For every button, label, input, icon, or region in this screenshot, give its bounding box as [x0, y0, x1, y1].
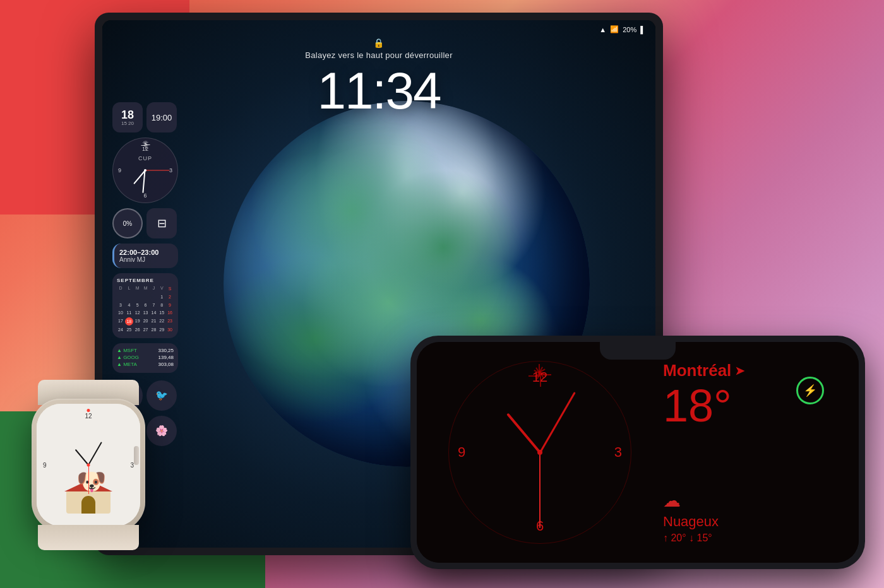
- cal-day-23: 23: [166, 317, 174, 326]
- cal-day-1: 1: [158, 293, 165, 301]
- cal-day-13: 13: [142, 309, 150, 317]
- iphone-notch: [600, 342, 676, 360]
- calendar-month: SEPTEMBRE: [117, 278, 174, 283]
- cal-day-16: 16: [166, 309, 174, 317]
- widget-battery-row: 0% ⊟: [112, 208, 182, 238]
- cal-day-30: 30: [166, 326, 174, 334]
- watch-minute-hand: [88, 442, 102, 465]
- ipad-unlock-area: 🔒 Balayez vers le haut pour déverrouille…: [305, 38, 453, 117]
- signal-icon: ▲: [599, 26, 606, 33]
- event-time: 22:00–23:00: [119, 249, 173, 256]
- ipad-statusbar: ▲ 📶 20% ▌: [599, 25, 645, 33]
- cal-day-today: 18: [125, 317, 133, 326]
- iphone-second-hand: [539, 452, 541, 528]
- cal-day-25: 25: [125, 326, 133, 334]
- cal-day-11: 11: [125, 309, 133, 317]
- cal-day-15: 15: [158, 309, 165, 317]
- weather-condition: Nuageux: [663, 514, 840, 530]
- cal-day-19: 19: [134, 317, 141, 326]
- iphone-clock-num-12: 12: [532, 369, 547, 385]
- weather-range: ↑ 20° ↓ 15°: [663, 532, 840, 544]
- cal-header-j: J: [150, 285, 157, 293]
- stock-msft-price: 330,25: [158, 348, 174, 353]
- widget-stocks: ▲ MSFT 330,25 ▲ GOOG 139,48 ▲ META 303,0…: [112, 343, 178, 373]
- clock-num-12: 12: [142, 146, 148, 152]
- lock-icon: 🔒: [305, 38, 453, 48]
- stock-row-meta: ▲ META 303,08: [117, 362, 174, 367]
- iphone-lockscreen[interactable]: 12 3 6 9 ⚡ Mon: [417, 342, 859, 563]
- cal-day-empty5: [150, 293, 157, 301]
- watch-num-9: 9: [43, 462, 47, 469]
- iphone-battery-indicator: ⚡: [796, 377, 824, 404]
- battery-icon: ▌: [640, 26, 645, 33]
- watch-num-12: 12: [85, 413, 92, 420]
- iphone-clock-num-3: 3: [614, 444, 622, 461]
- cal-header-m2: M: [142, 285, 150, 293]
- clock-num-6: 6: [143, 192, 146, 199]
- cal-day-9: 9: [166, 302, 174, 309]
- location-arrow-icon: ➤: [735, 364, 744, 378]
- widget-time: 19:00: [146, 102, 177, 132]
- cal-day-20: 20: [142, 317, 150, 326]
- widget-datetime-row: 18 15 20 19:00: [112, 102, 182, 132]
- watch-complication-dot: [87, 409, 90, 412]
- clock-num-9: 9: [118, 167, 121, 173]
- cal-day-27: 27: [142, 326, 150, 334]
- watch-crown[interactable]: [134, 446, 139, 465]
- widget-clipboard: ⊟: [146, 208, 177, 238]
- stock-meta-price: 303,08: [158, 362, 174, 367]
- battery-lightning-icon: ⚡: [803, 384, 817, 397]
- wifi-icon: 📶: [610, 25, 619, 33]
- city-name: Montréal: [663, 361, 731, 380]
- widget-date-number: 18 15 20: [112, 102, 143, 132]
- cal-day-22: 22: [158, 317, 165, 326]
- cal-header-v: V: [158, 285, 165, 293]
- stock-row-goog: ▲ GOOG 139,48: [117, 355, 174, 360]
- apple-watch: 🐶 12 3 9: [19, 380, 158, 550]
- watch-body: 🐶 12 3 9: [32, 399, 145, 531]
- cal-day-2: 2: [166, 293, 174, 301]
- cal-day-3: 3: [117, 302, 124, 309]
- cal-day-empty2: [125, 293, 133, 301]
- clock-center-dot: [144, 169, 146, 172]
- watch-strap-bottom: [38, 525, 139, 550]
- cal-day-empty3: [134, 293, 141, 301]
- cal-day-17: 17: [117, 317, 124, 326]
- widget-battery-circle: 0%: [112, 208, 143, 238]
- unlock-instruction: Balayez vers le haut pour déverrouiller: [305, 50, 453, 60]
- date-number: 18: [121, 109, 134, 121]
- cal-day-4: 4: [125, 302, 133, 309]
- cal-header-l: L: [125, 285, 133, 293]
- stock-goog-name: ▲ GOOG: [117, 355, 139, 360]
- cal-day-8: 8: [158, 302, 165, 309]
- cal-day-29: 29: [158, 326, 165, 334]
- weather-bottom: ☁ Nuageux ↑ 20° ↓ 15°: [663, 490, 840, 544]
- doghouse-body: [66, 491, 110, 514]
- stock-meta-name: ▲ META: [117, 362, 137, 367]
- cal-day-6: 6: [142, 302, 150, 309]
- cal-header-d: D: [117, 285, 124, 293]
- cal-day-21: 21: [150, 317, 157, 326]
- clipboard-icon: ⊟: [157, 216, 167, 230]
- widget-event: 22:00–23:00 Anniv MJ: [112, 244, 178, 268]
- date-sub: 15 20: [121, 121, 134, 126]
- watch-screen[interactable]: 🐶 12 3 9: [37, 404, 140, 526]
- stock-goog-price: 139,48: [158, 355, 174, 360]
- cal-day-5: 5: [134, 302, 141, 309]
- widget-analog-clock: CUP: [112, 138, 178, 203]
- calendar-grid: D L M M J V S 1 2: [117, 285, 174, 334]
- widget-calendar: SEPTEMBRE D L M M J V S: [112, 273, 178, 338]
- cloud-icon: ☁: [663, 490, 840, 511]
- iphone-screen: 12 3 6 9 ⚡ Mon: [417, 342, 859, 563]
- ipad-time-display: 11:34: [305, 65, 453, 117]
- iphone-device: 12 3 6 9 ⚡ Mon: [410, 336, 865, 569]
- iphone-red-clock: 12 3 6 9: [448, 361, 631, 544]
- cal-header-s: S: [166, 285, 174, 293]
- cal-day-7: 7: [150, 302, 157, 309]
- watch-center-dot: [87, 464, 90, 467]
- watch-second-hand: [88, 465, 89, 494]
- cal-header-m1: M: [134, 285, 141, 293]
- watch-face: 🐶 12 3 9: [37, 404, 140, 526]
- clock-num-3: 3: [169, 167, 172, 173]
- cal-day-empty1: [117, 293, 124, 301]
